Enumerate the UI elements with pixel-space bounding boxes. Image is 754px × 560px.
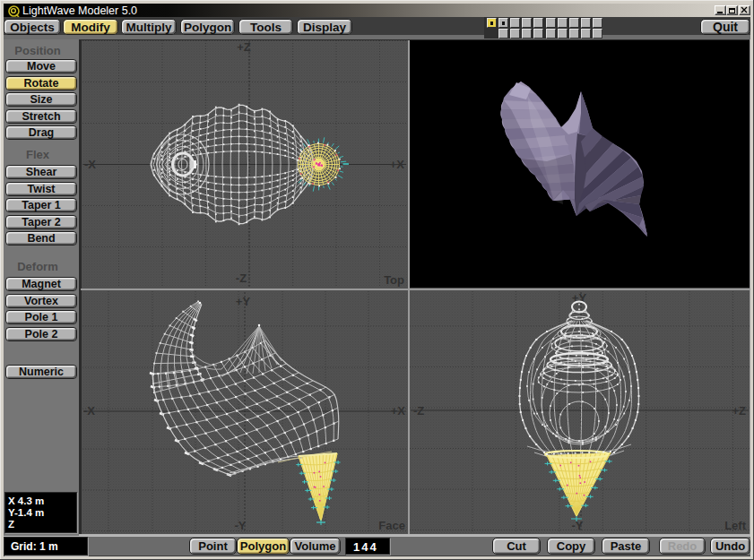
svg-text:-Z: -Z <box>236 271 247 285</box>
svg-text:Left: Left <box>724 519 747 532</box>
svg-text:-Y: -Y <box>572 519 584 532</box>
svg-text:-X: -X <box>83 404 95 418</box>
svg-text:-Y: -Y <box>235 519 247 532</box>
svg-text:+X: +X <box>391 404 406 418</box>
svg-text:+Y: +Y <box>236 295 251 308</box>
svg-text:-Z: -Z <box>413 404 424 418</box>
svg-text:+Z: +Z <box>732 404 746 418</box>
svg-text:-X: -X <box>84 158 96 171</box>
svg-text:+Z: +Z <box>237 40 251 54</box>
svg-text:Face: Face <box>378 519 405 532</box>
svg-text:+X: +X <box>390 158 405 171</box>
svg-text:Top: Top <box>384 273 404 287</box>
